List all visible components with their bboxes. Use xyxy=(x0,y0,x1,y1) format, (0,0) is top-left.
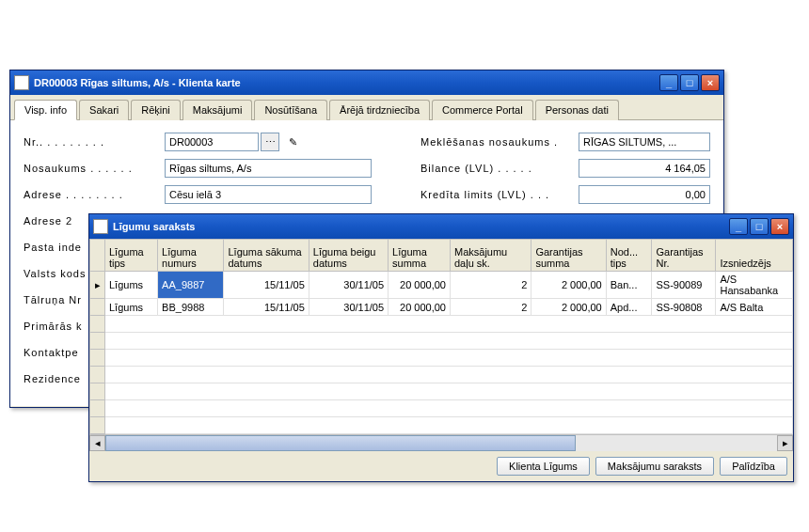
titlebar[interactable]: DR00003 Rīgas siltums, A/s - Klienta kar… xyxy=(10,70,723,95)
cell-summa[interactable]: 20 000,00 xyxy=(389,272,451,299)
cell-nod[interactable]: Ban... xyxy=(606,272,652,299)
window-title: Līgumu saraksts xyxy=(113,221,195,232)
col-dalu[interactable]: Maksājumu daļu sk. xyxy=(450,240,531,272)
cell-tips[interactable]: Līgums xyxy=(105,299,158,316)
cell-izsn[interactable]: A/S Hansabanka xyxy=(716,272,793,299)
tab-sakari[interactable]: Sakari xyxy=(79,100,129,120)
table-row[interactable] xyxy=(90,383,793,400)
klienta-ligums-button[interactable]: Klienta Līgums xyxy=(497,457,590,476)
row-indicator: ▸ xyxy=(90,272,105,299)
col-tips[interactable]: Līguma tips xyxy=(105,240,158,272)
tab-commerce[interactable]: Commerce Portal xyxy=(432,100,533,120)
cell-dalu[interactable]: 2 xyxy=(450,299,531,316)
grid: Līguma tips Līguma numurs Līguma sākuma … xyxy=(89,239,793,450)
col-gnr[interactable]: Garantijas Nr. xyxy=(652,240,716,272)
maksajumu-saraksts-button[interactable]: Maksājumu saraksts xyxy=(595,457,714,476)
horizontal-scrollbar[interactable]: ◂ ▸ xyxy=(89,434,793,450)
cell-beigu[interactable]: 30/11/05 xyxy=(309,272,388,299)
maximize-button[interactable]: □ xyxy=(680,74,699,91)
table-row[interactable] xyxy=(90,350,793,367)
row-indicator xyxy=(90,299,105,316)
cell-sakuma[interactable]: 15/11/05 xyxy=(224,299,309,316)
cell-gnr[interactable]: SS-90089 xyxy=(652,272,716,299)
nr-input[interactable] xyxy=(165,133,259,151)
cell-numurs[interactable]: BB_9988 xyxy=(158,299,224,316)
tab-personas[interactable]: Personas dati xyxy=(535,100,619,120)
button-bar: Klienta Līgums Maksājumu saraksts Palīdz… xyxy=(89,450,793,481)
bilance-label: Bilance (LVL) xyxy=(420,163,494,174)
cell-beigu[interactable]: 30/11/05 xyxy=(309,299,388,316)
cell-garant[interactable]: 2 000,00 xyxy=(531,299,606,316)
table-row[interactable] xyxy=(90,333,793,350)
table-row[interactable] xyxy=(90,400,793,417)
scroll-track[interactable] xyxy=(105,435,777,451)
cell-tips[interactable]: Līgums xyxy=(105,272,158,299)
cell-izsn[interactable]: A/S Balta xyxy=(716,299,793,316)
col-nod[interactable]: Nod... tips xyxy=(606,240,652,272)
table-row[interactable]: Līgums BB_9988 15/11/05 30/11/05 20 000,… xyxy=(90,299,793,316)
tab-rekini[interactable]: Rēķini xyxy=(131,100,181,120)
tab-bar: Visp. info Sakari Rēķini Maksājumi Nosūt… xyxy=(10,95,723,120)
window-title: DR00003 Rīgas siltums, A/s - Klienta kar… xyxy=(34,77,241,88)
col-numurs[interactable]: Līguma numurs xyxy=(158,240,224,272)
col-izsn[interactable]: Izsniedzējs xyxy=(716,240,793,272)
tab-areja[interactable]: Ārējā tirdzniecība xyxy=(329,100,430,120)
tab-visp-info[interactable]: Visp. info xyxy=(14,100,77,120)
cell-garant[interactable]: 2 000,00 xyxy=(531,272,606,299)
col-sakuma[interactable]: Līguma sākuma datums xyxy=(224,240,309,272)
col-summa[interactable]: Līguma summa xyxy=(389,240,451,272)
close-button[interactable]: × xyxy=(770,218,789,235)
mekl-input[interactable] xyxy=(579,133,710,151)
col-beigu[interactable]: Līguma beigu datums xyxy=(309,240,388,272)
scroll-thumb[interactable] xyxy=(105,435,576,451)
minimize-button[interactable]: _ xyxy=(659,74,678,91)
table-row[interactable]: ▸ Līgums AA_9887 15/11/05 30/11/05 20 00… xyxy=(90,272,793,299)
nr-lookup-button[interactable]: ⋯ xyxy=(261,133,279,151)
cell-gnr[interactable]: SS-90808 xyxy=(652,299,716,316)
app-icon xyxy=(14,75,29,90)
palidziba-button[interactable]: Palīdzība xyxy=(720,457,787,476)
table-row[interactable] xyxy=(90,316,793,333)
edit-icon[interactable]: ✎ xyxy=(285,134,300,149)
col-garant[interactable]: Garantijas summa xyxy=(531,240,606,272)
adrese-label: Adrese xyxy=(24,189,62,200)
scroll-right-button[interactable]: ▸ xyxy=(777,435,793,451)
nr-label: Nr. xyxy=(24,136,40,148)
nosaukums-label: Nosaukums xyxy=(24,163,87,174)
minimize-button[interactable]: _ xyxy=(729,218,748,235)
close-button[interactable]: × xyxy=(701,74,720,91)
nosaukums-input[interactable] xyxy=(165,159,372,178)
kredit-input[interactable] xyxy=(579,185,710,204)
bilance-input[interactable] xyxy=(579,159,710,178)
table-row[interactable] xyxy=(90,367,793,383)
kredit-label: Kredīta limits (LVL) xyxy=(420,189,527,200)
cell-summa[interactable]: 20 000,00 xyxy=(389,299,451,316)
cell-nod[interactable]: Apd... xyxy=(606,299,652,316)
scroll-left-button[interactable]: ◂ xyxy=(89,435,105,451)
row-selector-header xyxy=(90,240,105,272)
titlebar[interactable]: Līgumu saraksts _ □ × xyxy=(89,214,793,239)
cell-numurs[interactable]: AA_9887 xyxy=(158,272,224,299)
table-row[interactable] xyxy=(90,417,793,434)
mekl-label: Meklēšanas nosaukums xyxy=(420,136,550,148)
contracts-list-window: Līgumu saraksts _ □ × Līguma tips Līguma… xyxy=(88,213,794,482)
cell-sakuma[interactable]: 15/11/05 xyxy=(224,272,309,299)
adrese-input[interactable] xyxy=(165,185,372,204)
cell-dalu[interactable]: 2 xyxy=(450,272,531,299)
tab-maksajumi[interactable]: Maksājumi xyxy=(182,100,253,120)
tab-nosutisana[interactable]: Nosūtīšana xyxy=(254,100,327,120)
maximize-button[interactable]: □ xyxy=(750,218,769,235)
app-icon xyxy=(93,219,108,234)
